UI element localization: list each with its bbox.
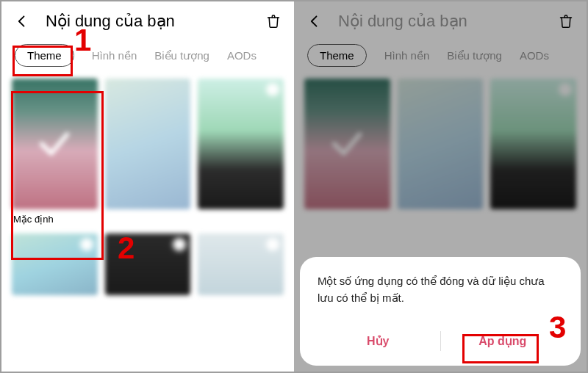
tab-theme[interactable]: Theme <box>15 44 74 67</box>
dialog-actions: Hủy Áp dụng <box>316 327 564 355</box>
screen-apply-dialog: Nội dung của bạn Theme Hình nền Biểu tượ… <box>294 1 587 372</box>
page-title: Nội dung của bạn <box>46 12 266 31</box>
theme-thumbnail <box>12 79 98 209</box>
theme-thumbnail <box>12 233 98 295</box>
delete-icon[interactable] <box>266 13 281 29</box>
theme-thumbnail <box>198 79 284 209</box>
category-tabs: Theme Hình nền Biểu tượng AODs <box>1 38 294 74</box>
theme-thumbnail <box>198 233 284 295</box>
theme-card[interactable] <box>198 233 284 295</box>
header: Nội dung của bạn <box>1 1 294 38</box>
tab-wallpaper[interactable]: Hình nền <box>92 49 137 62</box>
theme-grid: Mặc định <box>1 74 294 295</box>
screen-themes-list: Nội dung của bạn Theme Hình nền Biểu tượ… <box>1 1 294 372</box>
tab-icons[interactable]: Biểu tượng <box>154 49 209 62</box>
selected-check-icon <box>12 79 98 209</box>
theme-card[interactable] <box>105 79 191 226</box>
back-icon[interactable] <box>15 14 29 29</box>
dialog-message: Một số ứng dụng có thể đóng và dữ liệu c… <box>316 273 564 306</box>
download-badge-icon <box>266 83 279 96</box>
confirm-dialog: Một số ứng dụng có thể đóng và dữ liệu c… <box>300 257 581 366</box>
theme-card[interactable] <box>198 79 284 226</box>
download-badge-icon <box>173 238 186 251</box>
tab-aods[interactable]: AODs <box>227 49 257 62</box>
apply-button[interactable]: Áp dụng <box>441 327 565 355</box>
theme-label: Mặc định <box>12 209 98 226</box>
theme-card[interactable] <box>105 233 191 295</box>
theme-card[interactable] <box>12 233 98 295</box>
cancel-button[interactable]: Hủy <box>316 327 440 355</box>
theme-card-default[interactable]: Mặc định <box>12 79 98 226</box>
download-badge-icon <box>266 238 279 251</box>
download-badge-icon <box>80 238 93 251</box>
theme-thumbnail <box>105 233 191 295</box>
theme-thumbnail <box>105 79 191 209</box>
